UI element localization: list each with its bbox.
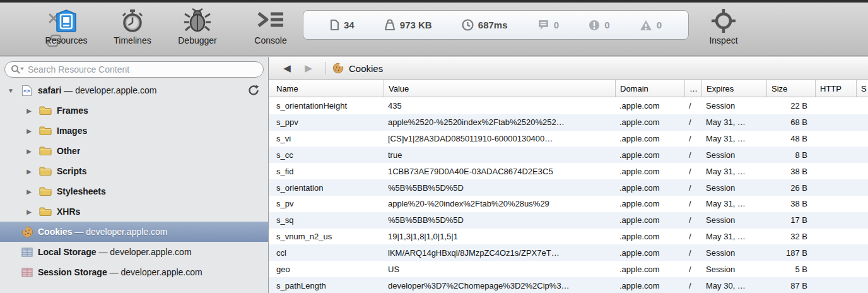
cell-http [815, 146, 856, 163]
resource-stats-bar: 34 973 KB 687ms [303, 10, 689, 40]
cell-name: s_fid [269, 163, 384, 179]
cell-name: ccl [269, 244, 384, 261]
column-header-name[interactable]: Name [269, 80, 384, 97]
clock-icon [462, 19, 474, 31]
cell-http [815, 163, 856, 179]
cookie-table-row[interactable]: s_ppv apple%2520-%2520index%2Ftab%2520%2… [269, 114, 868, 131]
cell-expires: May 31, … [701, 131, 766, 147]
cookie-table-row[interactable]: s_vnum_n2_us 19|1,3|1,8|1,0|1,5|1 .apple… [269, 229, 868, 245]
cookie-table-row[interactable]: geo US .apple.com / Session 5 B [269, 261, 868, 277]
disclosure-closed-icon[interactable]: ▶ [25, 208, 33, 215]
cell-path: / [684, 229, 701, 245]
cell-http [815, 277, 856, 293]
cell-value: developer%3D7%2Chomepage%3D2%2Cip%3… [384, 277, 615, 293]
cookie-icon [332, 63, 344, 74]
resource-name: Images [57, 126, 87, 136]
cookie-table-row[interactable]: s_pv apple%20-%20index%2Ftab%20%28us%29 … [269, 196, 868, 212]
stat-warnings-value: 0 [657, 20, 662, 30]
column-header-domain[interactable]: Domain [615, 80, 684, 97]
column-header-path[interactable]: … [684, 80, 701, 97]
resource-name: Cookies [38, 227, 72, 237]
disclosure-open-icon[interactable]: ▼ [7, 87, 15, 94]
sidebar-item-frame-safari[interactable]: ▼ <> safari — developer.apple.com [0, 80, 268, 100]
stat-load-time-value: 687ms [478, 20, 508, 30]
cell-secure [856, 114, 868, 131]
folder-icon [39, 126, 52, 136]
cookie-table-row[interactable]: s_pathLength developer%3D7%2Chomepage%3D… [269, 277, 868, 293]
stat-errors[interactable]: 0 [589, 20, 609, 31]
back-button[interactable]: ◀ [276, 63, 298, 74]
forward-button[interactable]: ▶ [298, 63, 319, 74]
cell-name: geo [269, 261, 384, 277]
cell-secure [856, 98, 868, 114]
cell-value: true [384, 146, 615, 163]
stat-transfer-size[interactable]: 973 KB [384, 19, 432, 31]
resource-suffix: — developer.apple.com [97, 247, 192, 257]
cell-size: 87 B [766, 277, 815, 293]
cookie-table-row[interactable]: s_orientation %5B%5BB%5D%5D .apple.com /… [269, 179, 868, 196]
cell-expires: May 31, … [701, 229, 766, 245]
search-input[interactable] [4, 61, 264, 78]
disclosure-closed-icon[interactable]: ▶ [25, 168, 33, 175]
stat-documents[interactable]: 34 [330, 19, 355, 31]
cookie-table-row[interactable]: s_orientationHeight 435 .apple.com / Ses… [269, 98, 868, 114]
cell-http [815, 229, 856, 245]
sidebar-item-other[interactable]: ▶ Other [0, 141, 268, 161]
sidebar-item-local-storage[interactable]: Local Storage — developer.apple.com [0, 242, 268, 262]
column-header-expires[interactable]: Expires [701, 80, 766, 97]
cell-expires: Session [701, 98, 766, 114]
cell-value: %5B%5BB%5D%5D [384, 212, 615, 229]
toolbar-button-debugger[interactable]: Debugger [167, 8, 228, 54]
disclosure-closed-icon[interactable]: ▶ [25, 188, 33, 195]
sidebar-item-session-storage[interactable]: Session Storage — developer.apple.com [0, 262, 268, 282]
column-header-size[interactable]: Size [766, 80, 815, 97]
cell-domain: .apple.com [615, 114, 684, 131]
content-navbar: ◀ ▶ Cookies [269, 57, 868, 80]
cell-size: 48 B [766, 131, 815, 147]
column-header-secure[interactable]: S [856, 80, 868, 97]
toolbar-button-inspect[interactable]: Inspect [693, 8, 754, 54]
svg-text:<>: <> [23, 88, 30, 94]
cell-secure [856, 196, 868, 212]
column-header-value[interactable]: Value [384, 80, 615, 97]
cell-path: / [684, 146, 701, 163]
toolbar-button-label: Console [254, 35, 286, 45]
cell-size: 22 B [766, 98, 815, 114]
cookie-table-row[interactable]: s_sq %5B%5BB%5D%5D .apple.com / Session … [269, 212, 868, 229]
toolbar-button-resources[interactable]: Resources [36, 8, 97, 54]
cookie-table-row[interactable]: s_fid 1CBB73AE79D0A40E-03ADAC8674D2E3C5 … [269, 163, 868, 179]
cell-expires: May 31, … [701, 163, 766, 179]
disclosure-closed-icon[interactable]: ▶ [25, 128, 33, 135]
sidebar-item-cookies[interactable]: Cookies — developer.apple.com [0, 222, 268, 242]
toolbar-button-console[interactable]: Console [240, 8, 301, 54]
resource-name: Frames [57, 105, 88, 116]
cell-expires: Session [701, 179, 766, 196]
stat-load-time[interactable]: 687ms [462, 19, 508, 31]
table-grid-red-icon [21, 268, 33, 277]
cell-expires: Session [701, 244, 766, 261]
stat-logs[interactable]: 0 [537, 20, 559, 31]
reload-button[interactable] [248, 85, 259, 96]
sidebar-item-frames[interactable]: ▶ Frames [0, 100, 268, 121]
cookie-table-row[interactable]: s_cc true .apple.com / Session 8 B [269, 146, 868, 163]
sidebar-item-xhrs[interactable]: ▶ XHRs [0, 201, 268, 222]
cell-secure [856, 277, 868, 293]
sidebar-item-stylesheets[interactable]: ▶ Stylesheets [0, 181, 268, 201]
cell-path: / [684, 244, 701, 261]
sidebar-item-scripts[interactable]: ▶ Scripts [0, 161, 268, 181]
column-header-http[interactable]: HTTP [815, 80, 856, 97]
sidebar-item-images[interactable]: ▶ Images [0, 121, 268, 141]
weight-icon [384, 19, 396, 31]
disclosure-closed-icon[interactable]: ▶ [25, 107, 33, 114]
stat-warnings[interactable]: 0 [640, 20, 662, 31]
console-prompt-icon [257, 8, 284, 34]
cookie-table-row[interactable]: ccl lKM/ARQ14gHBxql/8JMzpZC4Oz1s/ZPX7eT…… [269, 244, 868, 261]
cell-http [815, 212, 856, 229]
toolbar-button-timelines[interactable]: Timelines [102, 8, 163, 54]
resource-name: Other [57, 146, 80, 156]
content-title: Cookies [349, 63, 383, 74]
cell-size: 5 B [766, 261, 815, 277]
cell-path: / [684, 277, 701, 293]
disclosure-closed-icon[interactable]: ▶ [25, 148, 33, 155]
cookie-table-row[interactable]: s_vi [CS]v1|28A3DAD085011910-60000130400… [269, 131, 868, 147]
